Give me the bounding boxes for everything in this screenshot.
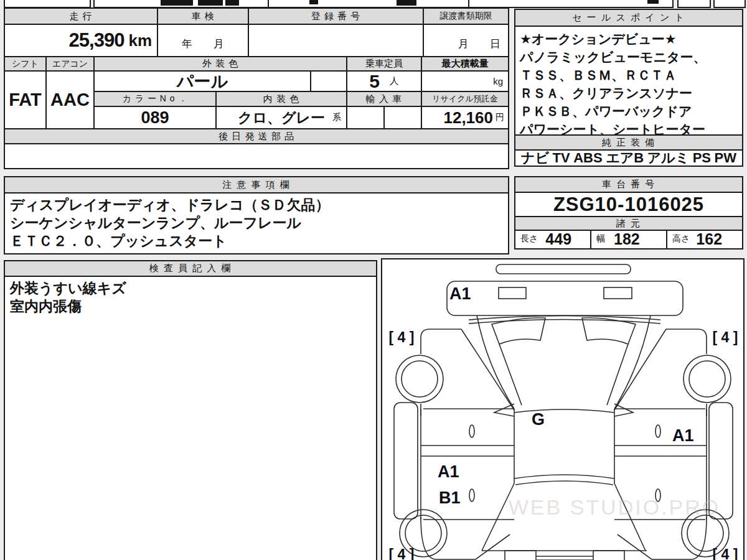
- watermark-text: WEB STUDIO.PRO: [509, 495, 720, 519]
- import-car-cell-2: [383, 106, 422, 129]
- inspector-line: 外装うすい線キズ: [10, 279, 371, 297]
- mileage-number: 25,390: [69, 29, 125, 52]
- sales-line: パノラミックビューモニター、: [520, 48, 738, 66]
- caution-header: 注 意 事 項 欄: [5, 177, 508, 194]
- hood-line-right: [607, 344, 628, 405]
- chassis-header: 車 台 番 号: [515, 177, 742, 193]
- door-handle-right-front: [655, 425, 660, 437]
- mirror-right: [614, 404, 707, 416]
- front-bumper-shape: [447, 281, 683, 315]
- recycle-deposit-header: リサイクル預託金: [421, 91, 509, 107]
- aircon-header: エアコン: [45, 56, 95, 72]
- spec-length: 長さ 449: [515, 230, 591, 248]
- registration-header: 登 録 番 号: [248, 7, 424, 25]
- hood-line-left: [499, 344, 522, 405]
- caution-line: シーケンシャルターンランプ、ルーフレール: [10, 214, 503, 232]
- chassis-number: ZSG10-1016025: [515, 193, 742, 216]
- capacity-header: 乗車定員: [346, 56, 422, 72]
- wheel-front-left: [396, 355, 443, 403]
- sales-line: ＲＳＡ、クリアランスソナー: [520, 84, 738, 102]
- spec-length-label: 長さ: [520, 233, 538, 245]
- fender-diagonal-right: [614, 329, 666, 410]
- caution-text: ディスプレイオーディオ、ドラレコ（ＳＤ欠品） シーケンシャルターンランプ、ルーフ…: [5, 195, 508, 251]
- shift-value: FAT: [4, 70, 47, 129]
- cutoff-text-fragment: [309, 0, 318, 4]
- cutoff-text-fragment: [397, 0, 416, 6]
- cutoff-text-fragment: [161, 0, 193, 6]
- mileage-value: 25,390 km: [4, 24, 158, 57]
- caution-box: 注 意 事 項 欄 ディスプレイオーディオ、ドラレコ（ＳＤ欠品） シーケンシャル…: [4, 176, 509, 254]
- cutoff-cell: [677, 0, 711, 8]
- color-no-value: 089: [93, 106, 217, 129]
- spoiler-shape: [496, 264, 631, 274]
- car-top-view-diagram: WEB STUDIO.PRO A1 G A1 A1 B1 [ 4 ] [ 4 ]…: [382, 259, 743, 560]
- spec-width: 幅 182: [591, 230, 667, 248]
- sales-line: ★オークションデビュー★: [520, 30, 738, 48]
- max-load-header: 最大積載量: [421, 56, 509, 72]
- equipment-item: TV: [553, 150, 570, 166]
- equipment-item: エアB: [606, 149, 644, 167]
- inspection-value: 年 月: [157, 24, 249, 57]
- wheel-front-right-inner: [689, 361, 725, 397]
- capacity-unit: 人: [390, 75, 399, 87]
- equipment-item: アルミ: [647, 149, 690, 167]
- import-car-cell-1: [346, 106, 385, 129]
- spec-width-value: 182: [614, 230, 640, 248]
- specs-header: 諸 元: [515, 216, 742, 231]
- aircon-value: AAC: [45, 70, 95, 129]
- headlight-right-shape: [604, 287, 632, 299]
- max-load-value: kg: [421, 70, 509, 92]
- interior-color-suffix: 系: [332, 112, 341, 123]
- import-car-header: 輸 入 車: [346, 91, 422, 107]
- tire-depth-front-right: [ 4 ]: [713, 329, 738, 345]
- sales-points-text: ★オークションデビュー★ パノラミックビューモニター、 ＴＳＳ、ＢＳＭ、ＲＣＴＡ…: [515, 28, 742, 140]
- damage-label-hood: A1: [449, 284, 471, 303]
- side-sill-left: [394, 403, 418, 519]
- equipment-item: ナビ: [521, 149, 549, 167]
- taillight-left-shape: [505, 551, 536, 560]
- equipment-item: PW: [715, 150, 736, 166]
- inspector-text: 外装うすい線キズ 室内内張傷: [5, 278, 376, 317]
- spec-width-label: 幅: [596, 233, 605, 245]
- rear-quarter-left: [421, 517, 510, 559]
- cutoff-text-fragment: [198, 0, 223, 6]
- taillight-right-shape: [593, 551, 624, 560]
- exterior-color-header: 外 装 色: [93, 56, 347, 72]
- specs-row: 長さ 449 幅 182 高さ 162: [515, 230, 742, 248]
- equipment-item: ABS: [573, 150, 602, 166]
- wheel-front-left-inner: [402, 361, 438, 397]
- damage-label-door-left-b: B1: [439, 488, 461, 507]
- mileage-header: 走 行: [4, 7, 158, 25]
- inspector-line: 室内内張傷: [10, 297, 371, 315]
- registration-value: [248, 24, 424, 57]
- sales-line: ＴＳＳ、ＢＳＭ、ＲＣＴＡ: [520, 66, 738, 84]
- rear-window-arc-1: [514, 475, 614, 478]
- front-fender-left: [421, 329, 461, 354]
- sales-points-box: セ ー ル ス ポ イ ン ト ★オークションデビュー★ パノラミックビューモニ…: [514, 9, 743, 167]
- color-no-header: カ ラ ー N o ．: [93, 91, 217, 107]
- caution-line: ＥＴＣ２．０、プッシュスタート: [10, 232, 503, 250]
- auction-sheet: 走 行 車 検 登 録 番 号 譲渡書類期限 25,390 km 年 月 月 日…: [0, 0, 747, 560]
- later-parts-value: [4, 143, 509, 169]
- inspection-header: 車 検: [157, 7, 249, 25]
- transfer-deadline-header: 譲渡書類期限: [423, 7, 509, 25]
- capacity-number: 5: [369, 71, 380, 92]
- exterior-color-extra-cell: [310, 70, 347, 92]
- chassis-box: 車 台 番 号 ZSG10-1016025 諸 元 長さ 449 幅 182 高…: [514, 176, 743, 250]
- rear-bumper-lines: [536, 556, 593, 560]
- spec-height-value: 162: [696, 230, 722, 248]
- recycle-deposit-unit: 円: [496, 112, 504, 123]
- vehicle-info-table: 走 行 車 検 登 録 番 号 譲渡書類期限 25,390 km 年 月 月 日…: [4, 7, 509, 169]
- exterior-color-value: パール: [93, 70, 311, 92]
- interior-color-header: 内 装 色: [215, 91, 347, 107]
- headlight-left-shape: [499, 287, 526, 299]
- rear-window-arc-2: [515, 481, 613, 485]
- damage-label-glass: G: [532, 410, 545, 429]
- later-parts-header: 後 日 発 送 部 品: [4, 128, 509, 144]
- tire-depth-front-left: [ 4 ]: [389, 329, 415, 345]
- spec-height-label: 高さ: [672, 233, 690, 245]
- tire-depth-rear-left: [ 4 ]: [389, 546, 415, 560]
- wheel-front-right: [684, 355, 731, 403]
- door-handle-left-front: [469, 425, 474, 437]
- sales-line: ＰＫＳＢ、パワーバックドア: [520, 102, 738, 120]
